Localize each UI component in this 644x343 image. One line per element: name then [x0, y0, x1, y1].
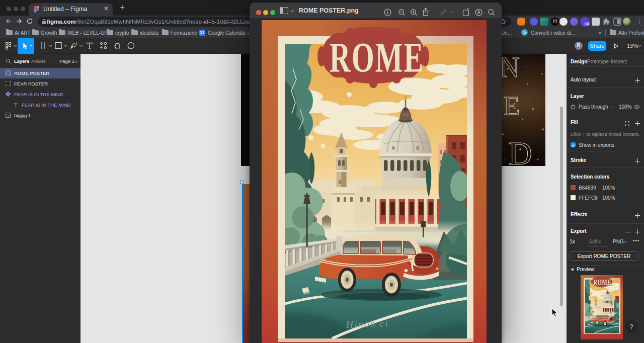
svg-text:D: D [508, 135, 532, 166]
svg-text:E: E [504, 91, 520, 120]
svg-text:N: N [500, 54, 520, 83]
